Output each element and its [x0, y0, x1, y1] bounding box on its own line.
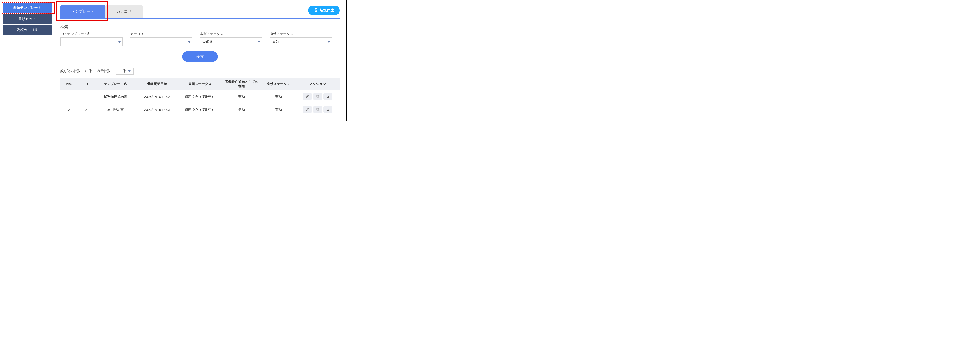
new-doc-icon: [314, 8, 318, 13]
filter-count-value: 3/3件: [84, 69, 92, 73]
chevron-down-icon: [326, 38, 332, 46]
col-no: No.: [60, 78, 78, 90]
page-size-select[interactable]: 50件: [116, 68, 134, 75]
search-title: 検索: [60, 24, 340, 30]
table-row: 11秘密保持契約書2023/07/18 14:02依頼済み（使用中）有効有効: [60, 90, 340, 103]
doc-search-icon: [326, 107, 329, 112]
sidebar-item-templates[interactable]: 書類テンプレート: [3, 3, 52, 13]
valid-status-value: 有効: [272, 40, 279, 44]
search-button[interactable]: 検索: [182, 51, 218, 62]
chevron-down-icon: [128, 70, 131, 72]
id-name-select[interactable]: [60, 37, 123, 46]
sidebar: 書類テンプレート 書類セット 依頼カテゴリ: [0, 0, 54, 121]
col-valid: 有効ステータス: [261, 78, 295, 90]
page-size-label: 表示件数: [97, 69, 110, 73]
col-id: ID: [78, 78, 95, 90]
copy-icon: [316, 94, 320, 99]
new-button-label: 新規作成: [320, 8, 334, 13]
filter-count-label: 絞り込み件数：: [60, 69, 84, 73]
cell-labor: 無効: [222, 103, 261, 116]
edit-button[interactable]: [303, 93, 312, 100]
sidebar-item-doc-sets[interactable]: 書類セット: [3, 14, 52, 24]
results-table: No. ID テンプレート名 最終更新日時 書類ステータス 労働条件通知としての…: [60, 78, 340, 116]
svg-rect-1: [317, 95, 318, 97]
copy-icon: [316, 107, 320, 112]
col-action: アクション: [296, 78, 340, 90]
filter-id-name: ID・テンプレート名: [60, 32, 123, 46]
preview-button[interactable]: [323, 93, 332, 100]
svg-rect-0: [317, 96, 318, 97]
col-labor: 労働条件通知としての利用: [222, 78, 261, 90]
pencil-icon: [305, 94, 309, 99]
filter-doc-status: 書類ステータス 未選択: [200, 32, 262, 46]
copy-button[interactable]: [313, 106, 322, 113]
table-row: 22雇用契約書2023/07/18 14:03依頼済み（使用中）無効有効: [60, 103, 340, 116]
chevron-down-icon: [256, 38, 262, 46]
tab-category[interactable]: カテゴリ: [105, 5, 143, 18]
category-select[interactable]: [130, 37, 192, 46]
filter-valid-status-label: 有効ステータス: [270, 32, 332, 36]
cell-actions: [296, 103, 340, 116]
sidebar-item-request-categories[interactable]: 依頼カテゴリ: [3, 25, 52, 35]
cell-updated: 2023/07/18 14:02: [137, 90, 178, 103]
cell-name: 秘密保持契約書: [95, 90, 136, 103]
col-updated: 最終更新日時: [137, 78, 178, 90]
results-summary: 絞り込み件数：3/3件 表示件数 50件: [60, 68, 340, 75]
svg-rect-4: [317, 109, 318, 110]
filter-doc-status-label: 書類ステータス: [200, 32, 262, 36]
copy-button[interactable]: [313, 93, 322, 100]
main-area: テンプレート カテゴリ 新規作成 検索 ID・テンプレート名 カテゴリ: [54, 0, 346, 121]
cell-no: 2: [60, 103, 78, 116]
cell-id: 2: [78, 103, 95, 116]
filter-id-name-label: ID・テンプレート名: [60, 32, 123, 36]
pencil-icon: [305, 107, 309, 112]
cell-doc-status: 依頼済み（使用中）: [178, 103, 222, 116]
chevron-down-icon: [186, 38, 192, 46]
col-doc-status: 書類ステータス: [178, 78, 222, 90]
cell-valid: 有効: [261, 103, 295, 116]
preview-button[interactable]: [323, 106, 332, 113]
cell-updated: 2023/07/18 14:03: [137, 103, 178, 116]
topbar: テンプレート カテゴリ 新規作成: [60, 3, 340, 19]
cell-valid: 有効: [261, 90, 295, 103]
doc-search-icon: [326, 94, 329, 99]
tabs: テンプレート カテゴリ: [60, 5, 143, 18]
tab-template[interactable]: テンプレート: [60, 5, 105, 18]
filter-row: ID・テンプレート名 カテゴリ 書類ステータス 未選択: [60, 32, 340, 46]
cell-doc-status: 依頼済み（使用中）: [178, 90, 222, 103]
doc-status-value: 未選択: [202, 40, 213, 44]
new-button[interactable]: 新規作成: [308, 6, 340, 15]
cell-id: 1: [78, 90, 95, 103]
svg-rect-5: [317, 108, 318, 110]
chevron-down-icon: [116, 38, 123, 46]
filter-category: カテゴリ: [130, 32, 192, 46]
filter-category-label: カテゴリ: [130, 32, 192, 36]
cell-actions: [296, 90, 340, 103]
filter-valid-status: 有効ステータス 有効: [270, 32, 332, 46]
cell-name: 雇用契約書: [95, 103, 136, 116]
page-size-value: 50件: [119, 69, 126, 73]
col-name: テンプレート名: [95, 78, 136, 90]
doc-status-select[interactable]: 未選択: [200, 37, 262, 46]
edit-button[interactable]: [303, 106, 312, 113]
valid-status-select[interactable]: 有効: [270, 37, 332, 46]
cell-no: 1: [60, 90, 78, 103]
cell-labor: 有効: [222, 90, 261, 103]
